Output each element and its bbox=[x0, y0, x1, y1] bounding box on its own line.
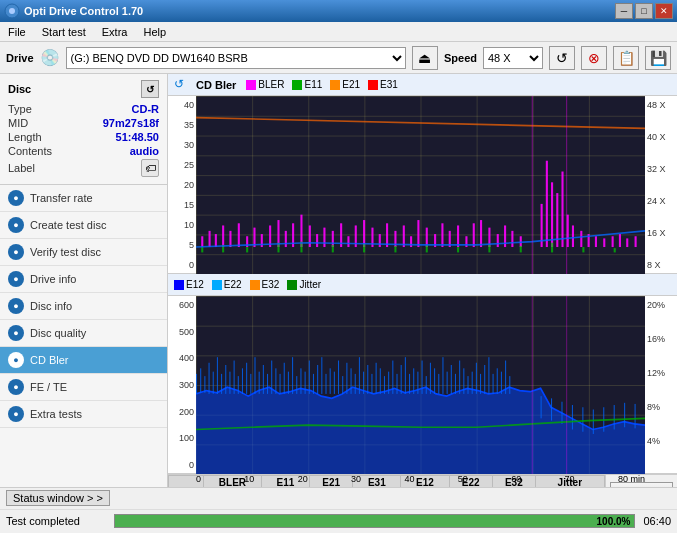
svg-rect-106 bbox=[305, 372, 306, 394]
menubar: File Start test Extra Help bbox=[0, 22, 677, 42]
maximize-button[interactable]: □ bbox=[635, 3, 653, 19]
svg-rect-61 bbox=[201, 247, 203, 252]
sidebar-label-transfer-rate: Transfer rate bbox=[30, 192, 93, 204]
svg-rect-8 bbox=[229, 231, 231, 247]
status-window-button[interactable]: Status window > > bbox=[6, 490, 110, 506]
e11-label: E11 bbox=[304, 79, 322, 90]
svg-rect-109 bbox=[317, 365, 318, 394]
top-chart-svg bbox=[196, 96, 645, 274]
svg-rect-125 bbox=[384, 376, 385, 394]
svg-rect-121 bbox=[367, 365, 368, 394]
chart-area: ↺ CD Bler BLER E11 E21 bbox=[168, 74, 677, 487]
svg-rect-138 bbox=[438, 374, 439, 394]
menu-start-test[interactable]: Start test bbox=[34, 24, 94, 40]
legend-e32: E32 bbox=[250, 279, 280, 290]
disc-length-value: 51:48.50 bbox=[116, 131, 159, 143]
sidebar-item-drive-info[interactable]: ● Drive info bbox=[0, 266, 167, 293]
refresh-button[interactable]: ↺ bbox=[549, 46, 575, 70]
svg-rect-71 bbox=[488, 244, 490, 253]
svg-rect-150 bbox=[488, 357, 489, 394]
e32-label: E32 bbox=[262, 279, 280, 290]
svg-rect-20 bbox=[323, 228, 325, 247]
svg-rect-95 bbox=[259, 372, 260, 394]
svg-rect-117 bbox=[351, 368, 352, 394]
menu-help[interactable]: Help bbox=[135, 24, 174, 40]
window-title: Opti Drive Control 1.70 bbox=[24, 5, 615, 17]
svg-rect-50 bbox=[561, 172, 563, 248]
svg-rect-151 bbox=[493, 374, 494, 394]
svg-rect-154 bbox=[505, 361, 506, 394]
e21-color bbox=[330, 80, 340, 90]
speed-label: Speed bbox=[444, 52, 477, 64]
save-button[interactable]: 💾 bbox=[645, 46, 671, 70]
erase-button[interactable]: ⊗ bbox=[581, 46, 607, 70]
sidebar-item-disc-quality[interactable]: ● Disc quality bbox=[0, 320, 167, 347]
svg-rect-97 bbox=[267, 374, 268, 394]
statusbar: Status window > > Test completed 100.0% … bbox=[0, 487, 677, 533]
e22-label: E22 bbox=[224, 279, 242, 290]
svg-rect-67 bbox=[363, 244, 365, 253]
svg-rect-82 bbox=[204, 376, 205, 393]
bottom-chart-legend: E12 E22 E32 Jitter bbox=[174, 279, 321, 290]
svg-rect-83 bbox=[209, 363, 210, 394]
svg-rect-59 bbox=[626, 238, 628, 247]
svg-point-1 bbox=[9, 8, 15, 14]
top-chart-refresh-icon: ↺ bbox=[174, 77, 190, 93]
copy-button[interactable]: 📋 bbox=[613, 46, 639, 70]
drive-label: Drive bbox=[6, 52, 34, 64]
sidebar-item-cd-bler[interactable]: ● CD Bler bbox=[0, 347, 167, 374]
svg-rect-74 bbox=[582, 247, 584, 252]
menu-extra[interactable]: Extra bbox=[94, 24, 136, 40]
e31-label: E31 bbox=[380, 79, 398, 90]
top-chart-y-axis: 40 35 30 25 20 15 10 5 0 bbox=[168, 96, 196, 274]
menu-file[interactable]: File bbox=[0, 24, 34, 40]
svg-rect-90 bbox=[238, 376, 239, 394]
svg-rect-159 bbox=[572, 405, 573, 429]
svg-rect-144 bbox=[463, 368, 464, 394]
svg-rect-18 bbox=[309, 225, 311, 247]
sidebar-item-transfer-rate[interactable]: ● Transfer rate bbox=[0, 185, 167, 212]
svg-rect-124 bbox=[380, 368, 381, 394]
svg-rect-157 bbox=[551, 398, 552, 420]
disc-refresh-button[interactable]: ↺ bbox=[141, 80, 159, 98]
svg-rect-98 bbox=[271, 361, 272, 394]
minimize-button[interactable]: ─ bbox=[615, 3, 633, 19]
sidebar-item-extra-tests[interactable]: ● Extra tests bbox=[0, 401, 167, 428]
svg-rect-137 bbox=[434, 368, 435, 394]
svg-rect-118 bbox=[355, 374, 356, 394]
svg-rect-141 bbox=[451, 365, 452, 394]
drive-selector[interactable]: (G:) BENQ DVD DD DW1640 BSRB bbox=[66, 47, 406, 69]
window-controls: ─ □ ✕ bbox=[615, 3, 673, 19]
disc-contents-label: Contents bbox=[8, 145, 52, 157]
disc-length-label: Length bbox=[8, 131, 42, 143]
bler-color bbox=[246, 80, 256, 90]
svg-rect-27 bbox=[379, 234, 381, 247]
sidebar-item-create-test-disc[interactable]: ● Create test disc bbox=[0, 212, 167, 239]
svg-rect-5 bbox=[209, 231, 211, 247]
sidebar-item-verify-test-disc[interactable]: ● Verify test disc bbox=[0, 239, 167, 266]
sidebar-item-disc-info[interactable]: ● Disc info bbox=[0, 293, 167, 320]
svg-rect-128 bbox=[396, 374, 397, 394]
disc-label-icon[interactable]: 🏷 bbox=[141, 159, 159, 177]
svg-rect-122 bbox=[371, 374, 372, 394]
legend-jitter: Jitter bbox=[287, 279, 321, 290]
bottom-chart-body: 600 500 400 300 200 100 0 bbox=[168, 296, 677, 474]
svg-rect-127 bbox=[392, 361, 393, 394]
speed-selector[interactable]: 48 X bbox=[483, 47, 543, 69]
svg-rect-111 bbox=[325, 374, 326, 394]
svg-rect-158 bbox=[561, 402, 562, 424]
sidebar-item-fe-te[interactable]: ● FE / TE bbox=[0, 374, 167, 401]
svg-rect-147 bbox=[476, 363, 477, 394]
e12-color bbox=[174, 280, 184, 290]
status-test-completed: Test completed bbox=[6, 515, 106, 527]
svg-rect-164 bbox=[624, 403, 625, 427]
disc-type-value: CD-R bbox=[132, 103, 160, 115]
close-button[interactable]: ✕ bbox=[655, 3, 673, 19]
svg-rect-104 bbox=[296, 376, 297, 394]
eject-button[interactable]: ⏏ bbox=[412, 46, 438, 70]
svg-rect-160 bbox=[582, 407, 583, 431]
svg-rect-136 bbox=[430, 363, 431, 394]
svg-rect-60 bbox=[635, 236, 637, 247]
svg-rect-140 bbox=[447, 372, 448, 394]
top-chart-titlebar: ↺ CD Bler BLER E11 E21 bbox=[168, 74, 677, 96]
